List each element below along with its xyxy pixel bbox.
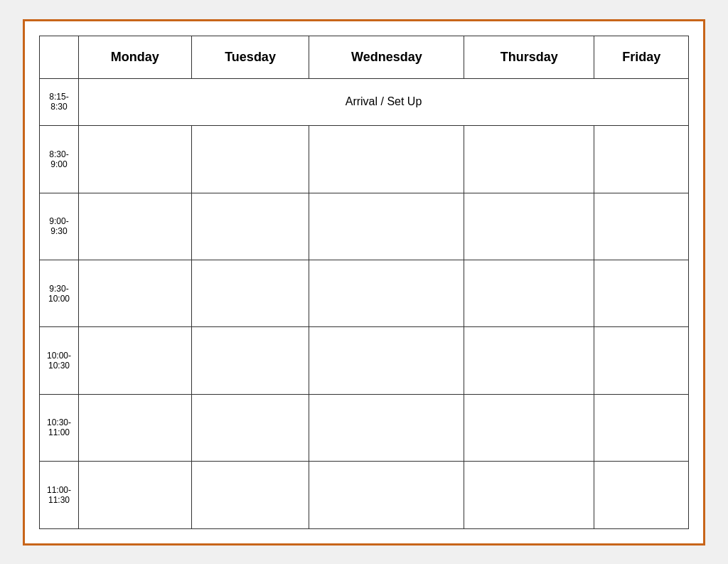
cell-mon-1100	[79, 462, 192, 528]
cell-mon-900	[79, 193, 192, 260]
cell-thu-1100	[464, 462, 594, 528]
cell-tue-930	[191, 260, 309, 326]
header-row: Monday Tuesday Wednesday Thursday Friday	[40, 36, 689, 78]
table-row: 10:30-11:00	[40, 394, 689, 461]
cell-thu-830	[464, 126, 594, 193]
cell-thu-1000	[464, 327, 594, 394]
time-1100-1130: 11:00-11:30	[40, 462, 79, 528]
cell-thu-1030	[464, 394, 594, 461]
arrival-cell: Arrival / Set Up	[79, 78, 689, 126]
header-wednesday: Wednesday	[309, 36, 464, 78]
cell-tue-1030	[191, 394, 309, 461]
time-1000-1030: 10:00-10:30	[40, 327, 79, 394]
cell-fri-900	[594, 193, 689, 260]
arrival-row: 8:15-8:30 Arrival / Set Up	[40, 78, 689, 126]
cell-wed-1000	[309, 327, 464, 394]
cell-fri-830	[594, 126, 689, 193]
cell-wed-930	[309, 260, 464, 326]
cell-mon-1030	[79, 394, 192, 461]
page-container: Monday Tuesday Wednesday Thursday Friday…	[23, 19, 705, 546]
cell-tue-1000	[191, 327, 309, 394]
cell-mon-830	[79, 126, 192, 193]
cell-wed-900	[309, 193, 464, 260]
header-tuesday: Tuesday	[191, 36, 309, 78]
table-row: 9:30-10:00	[40, 260, 689, 326]
table-row: 8:30-9:00	[40, 126, 689, 193]
cell-mon-930	[79, 260, 192, 326]
header-thursday: Thursday	[464, 36, 594, 78]
cell-tue-1100	[191, 462, 309, 528]
time-930-1000: 9:30-10:00	[40, 260, 79, 326]
time-815-830: 8:15-8:30	[40, 78, 79, 126]
time-900-930: 9:00-9:30	[40, 193, 79, 260]
cell-wed-1100	[309, 462, 464, 528]
cell-fri-1100	[594, 462, 689, 528]
cell-mon-1000	[79, 327, 192, 394]
cell-thu-900	[464, 193, 594, 260]
cell-thu-930	[464, 260, 594, 326]
cell-wed-830	[309, 126, 464, 193]
cell-wed-1030	[309, 394, 464, 461]
header-friday: Friday	[594, 36, 689, 78]
time-830-900: 8:30-9:00	[40, 126, 79, 193]
time-1030-1100: 10:30-11:00	[40, 394, 79, 461]
cell-tue-830	[191, 126, 309, 193]
cell-fri-1000	[594, 327, 689, 394]
schedule-table: Monday Tuesday Wednesday Thursday Friday…	[39, 36, 689, 529]
table-row: 9:00-9:30	[40, 193, 689, 260]
table-row: 10:00-10:30	[40, 327, 689, 394]
header-time	[40, 36, 79, 78]
table-row: 11:00-11:30	[40, 462, 689, 528]
cell-fri-1030	[594, 394, 689, 461]
cell-fri-930	[594, 260, 689, 326]
cell-tue-900	[191, 193, 309, 260]
header-monday: Monday	[79, 36, 192, 78]
